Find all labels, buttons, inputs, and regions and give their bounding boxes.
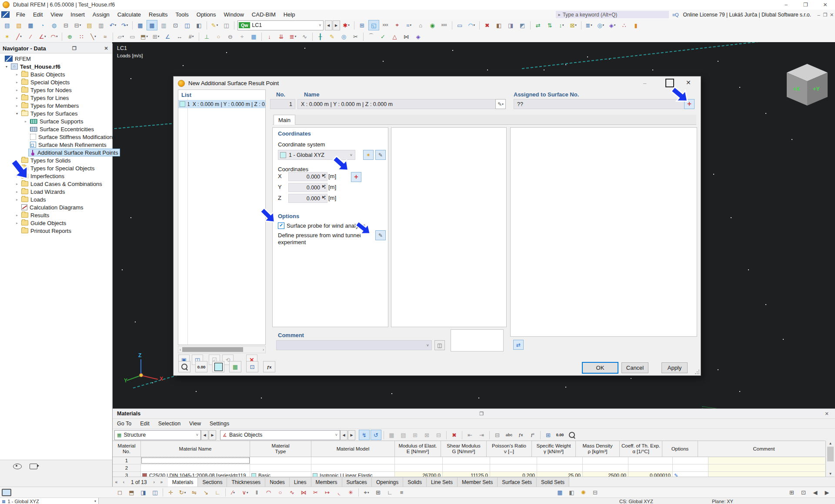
navigator-close-icon[interactable]: ✕ (103, 46, 110, 51)
dialog-minimize-button[interactable]: – (643, 80, 646, 86)
axes-systems-button[interactable]: ∠ (162, 31, 173, 42)
table-tab-solid-sets[interactable]: Solid Sets (537, 477, 569, 487)
ok-button[interactable]: OK (582, 362, 618, 373)
table-cell[interactable] (311, 464, 395, 471)
table-tab-openings[interactable]: Openings (372, 477, 403, 487)
materials-menu-view[interactable]: View (185, 420, 205, 428)
table-tab-sections[interactable]: Sections (198, 477, 227, 487)
member-hinge-button[interactable]: ○ (213, 31, 224, 42)
redo-button[interactable]: ↷▾ (119, 20, 130, 30)
tables-data-button[interactable]: ▦ (135, 20, 146, 30)
node-grid-button[interactable]: ∷ (76, 31, 87, 42)
table-tab-nodes[interactable]: Nodes (265, 477, 290, 487)
table-cell[interactable] (673, 464, 708, 471)
next-table-button[interactable]: ▶ (348, 430, 355, 440)
visibility-mode-button[interactable]: ◎ (338, 31, 349, 42)
warnings-button[interactable]: △ (389, 31, 400, 42)
nodal-support-button[interactable]: ⊥ (201, 31, 212, 42)
table-tab-surface-sets[interactable]: Surface Sets (498, 477, 537, 487)
line-load-button[interactable]: ⇊ (276, 31, 287, 42)
comment-select[interactable]: ˅ (276, 340, 432, 350)
table-cell[interactable] (443, 464, 490, 471)
remote-desktop-button[interactable]: ▭ (454, 20, 465, 30)
list-item-selected[interactable]: 1 X : 0.000 m | Y : 0.000 m | Z : 0.00 (178, 100, 265, 108)
next-record-button[interactable]: › (150, 480, 158, 484)
tree-item-guide-objects[interactable]: ▸Guide Objects (0, 219, 112, 227)
table-tab-line-sets[interactable]: Line Sets (427, 477, 458, 487)
window-close-button[interactable]: ✕ (815, 0, 835, 10)
keyword-search-input[interactable]: ▸ Type a keyword (Alt+Q) (556, 11, 669, 18)
grid-snap-button[interactable]: ⊞ (373, 487, 384, 498)
coordinate-y-input[interactable]: 0.000▲▼ (288, 183, 327, 192)
rename-button[interactable]: ✎▾ (495, 99, 506, 109)
menu-help[interactable]: Help (280, 10, 299, 19)
decimal-places-button[interactable]: 0.00 (554, 430, 565, 440)
open-model-button[interactable]: ▧ (13, 20, 24, 30)
table-tab-surfaces[interactable]: Surfaces (342, 477, 372, 487)
add-row-button[interactable]: ⊞ (410, 430, 421, 440)
expand-icon[interactable]: ▸ (14, 198, 20, 202)
first-record-button[interactable]: « (113, 480, 120, 484)
new-model-button[interactable]: ▤ (2, 20, 13, 30)
column-header-material-model[interactable]: Material Model (311, 441, 395, 457)
move-y-button[interactable]: ⇅ (544, 20, 555, 30)
rendering-button[interactable]: ◈▾ (607, 20, 618, 30)
new-surface-button[interactable]: ▱▾ (115, 31, 126, 42)
print-button[interactable]: ⊟ (60, 20, 71, 30)
cloud-calculation-button[interactable]: ◠▾ (466, 20, 477, 30)
table-cell[interactable] (311, 457, 395, 464)
favorites-button[interactable]: ✱▾ (341, 20, 352, 30)
views-navigator-camera-icon[interactable] (30, 464, 37, 469)
table-cell[interactable] (395, 464, 443, 471)
tree-item-calculation-diagrams[interactable]: Calculation Diagrams (0, 203, 112, 211)
object-snap-button[interactable]: ⌖▾ (361, 487, 372, 498)
table-tab-materials[interactable]: Materials (168, 477, 198, 487)
previous-view-button[interactable]: ◀ (810, 487, 821, 498)
next-load-case-button[interactable]: ▶ (333, 20, 340, 30)
project-button[interactable]: ∟ (212, 487, 223, 498)
column-header-material[interactable]: MaterialNo. (113, 441, 141, 457)
printout-report-button[interactable]: ▤ (84, 20, 95, 30)
search-list-icon[interactable]: ≡Q (672, 12, 679, 17)
render-solid-button[interactable]: ▦ (554, 487, 565, 498)
save-model-button[interactable]: ▦ (25, 20, 36, 30)
expand-icon[interactable]: ▸ (14, 221, 20, 225)
menu-view[interactable]: View (47, 10, 67, 19)
list-horizontal-scrollbar[interactable]: ‹ › (178, 346, 266, 353)
trim-lines-button[interactable]: ✂ (310, 487, 321, 498)
column-header-poisson-s-ratio[interactable]: Poisson's Ratioν [--] (487, 441, 532, 457)
table-cell[interactable] (708, 457, 825, 464)
prev-record-button[interactable]: ‹ (120, 480, 127, 484)
move-x-button[interactable]: ⇄ (533, 20, 544, 30)
rotate-button[interactable]: ↻▾ (177, 487, 188, 498)
tree-item-basic-objects[interactable]: ▸Basic Objects (0, 70, 112, 78)
show-values-button[interactable]: ⊞ (357, 20, 367, 30)
column-header-options[interactable]: Options (662, 441, 698, 457)
next-group-button[interactable]: ▶ (209, 430, 216, 440)
edit-coordinate-system-button[interactable]: ✎ (375, 150, 386, 160)
solid-model-button[interactable]: ◧ (494, 20, 504, 30)
dialog-titlebar[interactable]: New Additional Surface Result Point (174, 76, 701, 90)
table-cell[interactable] (708, 464, 825, 471)
menu-tools[interactable]: Tools (171, 10, 192, 19)
table-tab-solids[interactable]: Solids (403, 477, 427, 487)
collapse-icon[interactable]: ▾ (3, 65, 10, 69)
expand-icon[interactable]: ▸ (23, 119, 29, 123)
prev-table-button[interactable]: ◀ (340, 430, 347, 440)
tab-main[interactable]: Main (274, 115, 295, 125)
tree-item-loads[interactable]: ▸Loads (0, 196, 112, 203)
import-data-button[interactable]: ◔ (37, 20, 48, 30)
table-cell[interactable] (583, 464, 628, 471)
surface-probe-checkbox[interactable]: ✓ (278, 222, 284, 229)
table-group-select[interactable]: ▦ Structure ˅ (114, 430, 201, 440)
new-solid-button[interactable]: ⬒▾ (139, 31, 150, 42)
spelling-button[interactable]: abc (504, 430, 514, 440)
expand-field-icon[interactable]: ▶ (322, 184, 325, 188)
console-button[interactable]: ⊡ (170, 20, 181, 30)
tree-item-surface-stiffness-modifications[interactable]: Surface Stiffness Modifications (0, 133, 112, 141)
display-colors-button[interactable]: ▦ (229, 361, 241, 372)
display-decimals-button[interactable]: 0.00 (195, 361, 207, 372)
apply-button[interactable]: Apply (661, 362, 688, 373)
edit-solid-button[interactable]: ◨ (505, 20, 516, 30)
draw-line-button[interactable]: ∕▾ (228, 487, 239, 498)
